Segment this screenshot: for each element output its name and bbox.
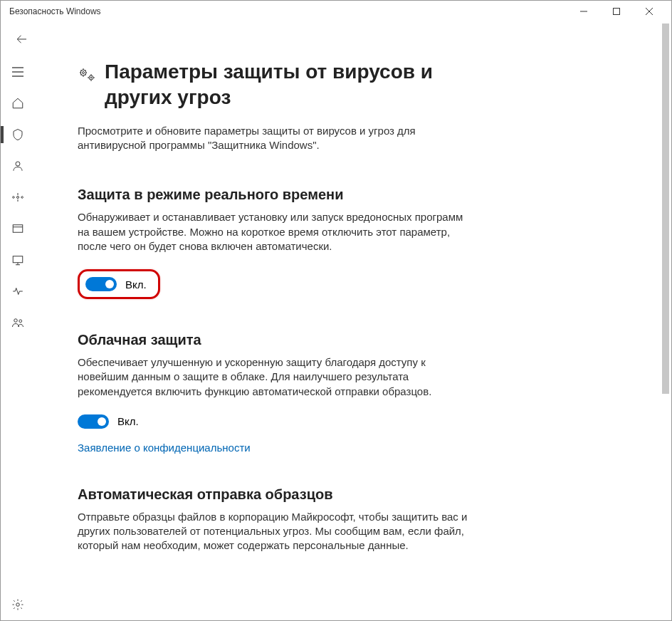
nav-app-browser-control[interactable] (1, 213, 35, 244)
section-realtime-desc: Обнаруживает и останавливает установку и… (78, 210, 476, 254)
svg-point-22 (89, 75, 93, 80)
window: Безопасность Windows (0, 0, 672, 621)
section-realtime-title: Защита в режиме реального времени (78, 187, 476, 203)
nav-family-options[interactable] (1, 307, 35, 338)
nav-account-protection[interactable] (1, 150, 35, 182)
svg-point-21 (83, 72, 85, 74)
page-title: Параметры защиты от вирусов и других угр… (105, 59, 461, 111)
close-button[interactable] (633, 1, 666, 22)
svg-point-17 (14, 319, 18, 323)
section-samples-title: Автоматическая отправка образцов (78, 486, 476, 503)
nav-settings[interactable] (1, 589, 35, 620)
realtime-toggle-label: Вкл. (125, 278, 147, 291)
body: Параметры защиты от вирусов и других угр… (1, 56, 671, 620)
back-row (1, 22, 671, 56)
highlight-realtime-toggle: Вкл. (78, 269, 160, 299)
section-realtime: Защита в режиме реального времени Обнару… (78, 187, 476, 299)
section-samples: Автоматическая отправка образцов Отправь… (78, 486, 476, 553)
svg-point-9 (17, 197, 19, 199)
svg-point-23 (90, 77, 92, 78)
sidebar (1, 56, 35, 620)
page-subtitle: Просмотрите и обновите параметры защиты … (78, 124, 448, 153)
svg-point-8 (16, 162, 20, 166)
realtime-toggle[interactable] (85, 277, 117, 291)
scrollbar[interactable] (659, 22, 671, 620)
section-cloud-desc: Обеспечивает улучшенную и ускоренную защ… (78, 355, 476, 399)
back-button[interactable] (8, 25, 36, 53)
gears-icon (78, 66, 96, 85)
section-samples-desc: Отправьте образцы файлов в корпорацию Ма… (78, 510, 476, 553)
menu-button[interactable] (1, 56, 35, 88)
maximize-button[interactable] (600, 1, 633, 22)
nav-firewall[interactable] (1, 182, 35, 213)
toggle-row-cloud: Вкл. (78, 414, 476, 429)
window-title: Безопасность Windows (6, 6, 567, 16)
svg-rect-14 (13, 256, 23, 263)
svg-rect-1 (614, 9, 620, 15)
privacy-link[interactable]: Заявление о конфиденциальности (78, 442, 251, 454)
cloud-toggle-label: Вкл. (117, 415, 139, 427)
svg-point-19 (16, 603, 20, 607)
section-cloud: Облачная защита Обеспечивает улучшенную … (78, 332, 476, 454)
content-area: Параметры защиты от вирусов и других угр… (35, 56, 671, 620)
section-cloud-title: Облачная защита (78, 332, 476, 348)
svg-rect-12 (13, 225, 23, 233)
nav-home[interactable] (1, 88, 35, 119)
page-header: Параметры защиты от вирусов и других угр… (78, 59, 643, 111)
toggle-row-realtime: Вкл. (85, 277, 147, 291)
minimize-button[interactable] (567, 1, 600, 22)
nav-virus-protection[interactable] (1, 119, 35, 150)
nav-device-performance[interactable] (1, 276, 35, 307)
cloud-toggle[interactable] (78, 414, 109, 429)
svg-point-18 (19, 320, 22, 323)
scrollbar-thumb[interactable] (662, 24, 669, 394)
titlebar: Безопасность Windows (1, 1, 671, 22)
nav-device-security[interactable] (1, 244, 35, 276)
